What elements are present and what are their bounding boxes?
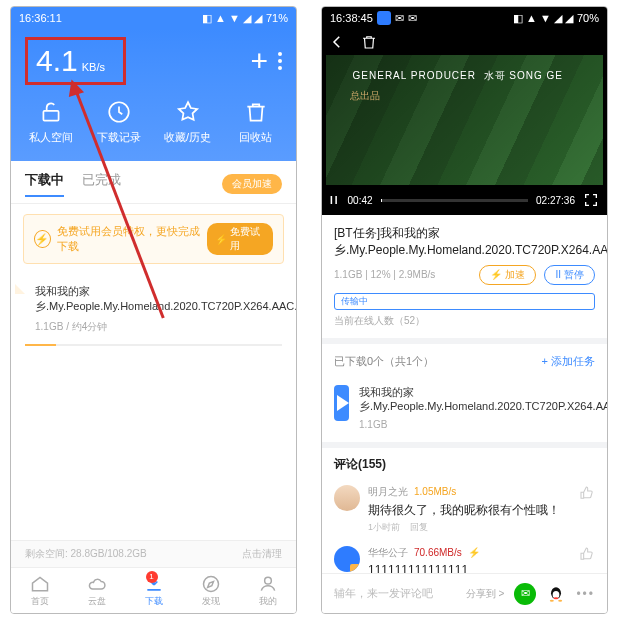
- credit-cn: 水哥 SONG GE: [484, 70, 563, 81]
- bolt-icon: ⚡: [468, 547, 480, 558]
- task-title: [BT任务]我和我的家乡.My.People.My.Homeland.2020.…: [334, 225, 608, 259]
- private-space-button[interactable]: 私人空间: [17, 99, 85, 145]
- nav-me[interactable]: 我的: [258, 574, 278, 608]
- svg-point-3: [264, 577, 271, 584]
- status-bar: 16:36:11 ◧ ▲ ▼ ◢ ◢ 71%: [11, 7, 296, 29]
- user-icon: [258, 574, 278, 594]
- nav-cloud[interactable]: 云盘: [87, 574, 107, 608]
- bottom-nav: 首页 云盘 1 下载 发现 我的: [11, 567, 296, 613]
- qq-share-button[interactable]: [546, 583, 566, 605]
- download-title: 我和我的家乡.My.People.My.Homeland.2020.TC720P…: [35, 284, 297, 314]
- video-position: 00:42: [348, 195, 373, 206]
- pause-button[interactable]: II 暂停: [544, 265, 595, 285]
- star-icon: [175, 99, 201, 125]
- comment-input-bar: 辅年，来一发评论吧 分享到 > ✉ •••: [322, 573, 607, 613]
- subtask-count: 已下载0个（共1个）: [334, 354, 434, 369]
- fullscreen-icon[interactable]: [583, 192, 599, 208]
- comment-user[interactable]: 华华公子: [368, 546, 408, 560]
- download-item[interactable]: 我和我的家乡.My.People.My.Homeland.2020.TC720P…: [11, 274, 296, 344]
- speed-header: 4.1 KB/s +: [11, 29, 296, 85]
- subtask-size: 1.1GB: [359, 418, 387, 432]
- credit-en: GENERAL PRODUCER: [353, 70, 476, 81]
- lock-open-icon: [38, 99, 64, 125]
- comment-user[interactable]: 明月之光: [368, 485, 408, 499]
- status-chip: 传输中: [334, 293, 595, 310]
- more-share-button[interactable]: •••: [576, 587, 595, 601]
- nav-label: 私人空间: [29, 130, 73, 145]
- speed-unit: KB/s: [82, 61, 105, 73]
- like-button[interactable]: [579, 485, 595, 501]
- online-count: 当前在线人数（52）: [334, 314, 425, 328]
- add-subtask-button[interactable]: + 添加任务: [542, 354, 595, 369]
- nav-shortcut-row: 私人空间 下载记录 收藏/历史 回收站: [11, 85, 296, 161]
- status-time: 16:38:45: [330, 12, 373, 24]
- wechat-share-button[interactable]: ✉: [514, 583, 536, 605]
- nav-label: 收藏/历史: [164, 130, 211, 145]
- nav-label: 下载记录: [97, 130, 141, 145]
- bolt-icon: ⚡: [34, 230, 51, 248]
- reply-button[interactable]: 回复: [410, 521, 428, 534]
- vip-accel-button[interactable]: 会员加速: [222, 174, 282, 194]
- wechat-mini-icon: ✉: [395, 12, 404, 25]
- nav-home[interactable]: 首页: [30, 574, 50, 608]
- video-file-icon: [334, 385, 349, 421]
- task-header: [BT任务]我和我的家乡.My.People.My.Homeland.2020.…: [322, 215, 607, 263]
- comment-item: 明月之光 1.05MB/s 期待很久了，我的昵称很有个性哦！ 1小时前 回复: [322, 479, 607, 540]
- status-battery: 71%: [266, 12, 288, 24]
- comment-input[interactable]: 辅年，来一发评论吧: [334, 586, 456, 601]
- comments-header: 评论(155): [322, 448, 607, 479]
- wechat-mini-icon2: ✉: [408, 12, 417, 25]
- subtask-header: 已下载0个（共1个） + 添加任务: [322, 344, 607, 379]
- more-menu-button[interactable]: [268, 52, 282, 70]
- download-badge: 1: [146, 571, 158, 583]
- video-frame[interactable]: GENERAL PRODUCER 水哥 SONG GE 总出品: [326, 55, 603, 185]
- home-icon: [30, 574, 50, 594]
- avatar[interactable]: [334, 546, 360, 572]
- status-battery: 70%: [577, 12, 599, 24]
- tabs-row: 下载中 已完成 会员加速: [11, 161, 296, 204]
- producer-logo: 总出品: [350, 89, 380, 103]
- trash-icon[interactable]: [360, 33, 378, 51]
- qq-icon: [546, 583, 566, 605]
- status-time: 16:36:11: [19, 12, 62, 24]
- favorites-button[interactable]: 收藏/历史: [154, 99, 222, 145]
- storage-bar: 剩余空间: 28.8GB/108.2GB 点击清理: [11, 540, 296, 567]
- back-icon[interactable]: [328, 33, 346, 51]
- cloud-icon: [87, 574, 107, 594]
- speed-value: 4.1: [36, 44, 78, 78]
- nav-label: 回收站: [239, 130, 272, 145]
- nav-download[interactable]: 1 下载: [144, 574, 164, 608]
- promo-banner[interactable]: ⚡ 免费试用会员特权，更快完成下载 ⚡免费试用: [23, 214, 284, 264]
- svg-point-6: [554, 597, 559, 599]
- comment-text: 期待很久了，我的昵称很有个性哦！: [368, 502, 571, 519]
- subtask-item[interactable]: 我和我的家乡.My.People.My.Homeland.2020.TC720P…: [322, 379, 607, 442]
- share-label: 分享到 >: [466, 587, 505, 601]
- promo-try-button[interactable]: ⚡免费试用: [207, 223, 273, 255]
- svg-rect-0: [44, 111, 59, 121]
- avatar[interactable]: [334, 485, 360, 511]
- compass-icon: [201, 574, 221, 594]
- right-phone: 16:38:45 ✉ ✉ ◧ ▲ ▼ ◢ ◢ 70% GENERAL PRODU…: [321, 6, 608, 614]
- video-player[interactable]: GENERAL PRODUCER 水哥 SONG GE 总出品 II 00:42…: [322, 29, 607, 215]
- nav-discover[interactable]: 发现: [201, 574, 221, 608]
- video-controls: II 00:42 02:27:36: [322, 185, 607, 215]
- clean-button[interactable]: 点击清理: [242, 547, 282, 561]
- recycle-bin-button[interactable]: 回收站: [222, 99, 290, 145]
- app-icon: [377, 11, 391, 25]
- task-meta: 1.1GB | 12% | 2.9MB/s: [334, 269, 435, 280]
- like-button[interactable]: [579, 546, 595, 562]
- tab-downloading[interactable]: 下载中: [25, 171, 64, 197]
- subtask-title: 我和我的家乡.My.People.My.Homeland.2020.TC720P…: [359, 385, 608, 415]
- status-icons: ◧ ▲ ▼ ◢ ◢: [202, 12, 262, 25]
- svg-point-8: [559, 599, 563, 601]
- accelerate-button[interactable]: ⚡加速: [479, 265, 536, 285]
- storage-free: 剩余空间: 28.8GB/108.2GB: [25, 547, 147, 561]
- seek-bar[interactable]: [381, 199, 528, 202]
- comment-speed: 70.66MB/s: [414, 547, 462, 558]
- clock-icon: [106, 99, 132, 125]
- add-task-button[interactable]: +: [250, 44, 268, 78]
- svg-point-2: [203, 576, 218, 591]
- status-bar: 16:38:45 ✉ ✉ ◧ ▲ ▼ ◢ ◢ 70%: [322, 7, 607, 29]
- comment-speed: 1.05MB/s: [414, 486, 456, 497]
- play-pause-button[interactable]: II: [330, 195, 340, 206]
